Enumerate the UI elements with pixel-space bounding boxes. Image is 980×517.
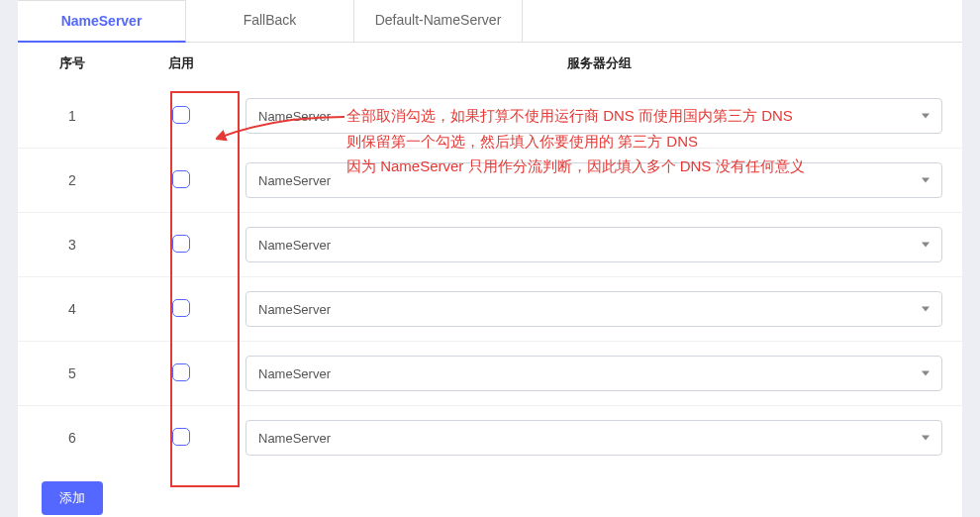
- header-group: 服务器分组: [236, 54, 962, 72]
- tabs: NameServer FallBack Default-NameServer: [18, 0, 962, 43]
- table-row: 3 NameServer: [18, 213, 962, 277]
- tab-label: NameServer: [61, 13, 143, 29]
- row-index: 2: [18, 172, 127, 188]
- table-header: 序号 启用 服务器分组: [18, 43, 962, 84]
- table-body: 1 NameServer 2 NameServer 3 NameSer: [18, 84, 962, 469]
- select-value: NameServer: [258, 366, 331, 381]
- add-button-label: 添加: [59, 490, 85, 505]
- table-row: 6 NameServer: [18, 406, 962, 469]
- enable-checkbox[interactable]: [172, 106, 190, 124]
- select-value: NameServer: [258, 238, 331, 253]
- enable-checkbox[interactable]: [172, 235, 190, 253]
- enable-checkbox[interactable]: [172, 170, 190, 188]
- row-index: 1: [18, 108, 127, 124]
- tab-label: Default-NameServer: [375, 12, 502, 28]
- row-index: 5: [18, 365, 127, 381]
- tab-label: FallBack: [244, 12, 297, 28]
- table-row: 5 NameServer: [18, 342, 962, 406]
- main-panel: NameServer FallBack Default-NameServer 序…: [18, 0, 962, 517]
- select-value: NameServer: [258, 302, 331, 317]
- tab-default-nameserver[interactable]: Default-NameServer: [354, 0, 523, 42]
- group-select[interactable]: NameServer: [245, 420, 942, 456]
- table-row: 4 NameServer: [18, 277, 962, 342]
- add-button[interactable]: 添加: [42, 481, 103, 515]
- select-value: NameServer: [258, 431, 331, 446]
- table-row: 2 NameServer: [18, 149, 962, 213]
- enable-checkbox[interactable]: [172, 363, 190, 381]
- tab-nameserver[interactable]: NameServer: [18, 0, 186, 43]
- enable-checkbox[interactable]: [172, 428, 190, 446]
- header-index: 序号: [18, 54, 127, 72]
- enable-checkbox[interactable]: [172, 299, 190, 317]
- group-select[interactable]: NameServer: [245, 356, 942, 391]
- group-select[interactable]: NameServer: [245, 227, 942, 262]
- select-value: NameServer: [258, 109, 331, 124]
- select-value: NameServer: [258, 173, 331, 188]
- row-index: 3: [18, 237, 127, 253]
- group-select[interactable]: NameServer: [245, 291, 942, 327]
- group-select[interactable]: NameServer: [245, 162, 942, 198]
- tab-fallback[interactable]: FallBack: [186, 0, 354, 42]
- header-enable: 启用: [127, 54, 236, 72]
- table-row: 1 NameServer: [18, 84, 962, 149]
- row-index: 6: [18, 430, 127, 446]
- row-index: 4: [18, 301, 127, 317]
- group-select[interactable]: NameServer: [245, 98, 942, 134]
